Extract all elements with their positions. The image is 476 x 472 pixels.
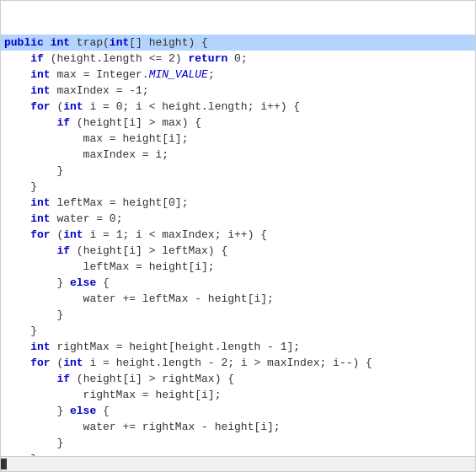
code-token-plain [4,211,30,227]
code-token-kw: for [30,99,50,115]
code-token-plain [4,83,30,99]
code-token-kw: int [30,67,50,83]
code-token-kw: int [63,355,83,371]
code-token-plain: } [4,403,70,419]
code-token-kw: for [30,227,50,243]
code-line: maxIndex = i; [1,147,475,163]
code-line: } [1,435,475,451]
code-token-plain: 0; [227,51,247,67]
code-token-plain: } [4,307,63,323]
code-editor: public int trap(int[] height) { if (heig… [0,0,476,472]
code-line: rightMax = height[i]; [1,387,475,403]
code-token-plain: (height[i] > max) { [70,115,201,131]
code-line: water += rightMax - height[i]; [1,419,475,435]
code-token-kw: int [110,35,129,51]
code-token-plain: } [4,179,37,195]
code-line: } [1,179,475,195]
code-line: max = height[i]; [1,131,475,147]
code-line: int rightMax = height[height.length - 1]… [1,339,475,355]
code-token-plain [4,243,56,259]
code-token-plain: water += leftMax - height[i]; [4,291,274,307]
code-line: for (int i = 0; i < height.length; i++) … [1,99,475,115]
code-token-plain: (height[i] > rightMax) { [70,371,234,387]
code-token-plain: i = 1; i < maxIndex; i++) { [83,227,267,243]
code-line: } else { [1,275,475,291]
code-token-kw: if [30,51,44,67]
code-token-kw: for [30,355,50,371]
code-token-plain [4,115,56,131]
code-token-plain: max = height[i]; [4,131,188,147]
code-token-kw: int [63,227,83,243]
code-token-plain [4,371,56,387]
status-bar [1,456,475,471]
code-line: } [1,163,475,179]
code-line: for (int i = 1; i < maxIndex; i++) { [1,227,475,243]
code-token-plain: } [4,275,70,291]
code-token-plain: [] height) { [129,35,208,51]
code-line: int maxIndex = -1; [1,83,475,99]
code-token-kw: if [56,371,70,387]
code-line: leftMax = height[i]; [1,259,475,275]
code-token-plain: ; [208,67,215,83]
code-line: if (height[i] > rightMax) { [1,371,475,387]
code-token-plain: (height[i] > leftMax) { [70,243,227,259]
code-token-plain: water += rightMax - height[i]; [4,419,281,435]
code-line: water += leftMax - height[i]; [1,291,475,307]
code-token-kw: if [56,115,70,131]
code-line: } else { [1,403,475,419]
code-line: int max = Integer.MIN_VALUE; [1,67,475,83]
code-token-plain [4,195,30,211]
code-token-plain: i = 0; i < height.length; i++) { [83,99,300,115]
code-token-plain: { [96,275,110,291]
code-token-kw: return [188,51,227,67]
code-token-plain: { [96,403,110,419]
code-line: int leftMax = height[0]; [1,195,475,211]
code-token-plain [4,99,30,115]
code-line: for (int i = height.length - 2; i > maxI… [1,355,475,371]
code-token-kw: int [63,99,83,115]
code-token-plain: ( [51,227,64,243]
code-token-plain: maxIndex = -1; [51,83,149,99]
code-token-kw: else [70,403,96,419]
code-line: int water = 0; [1,211,475,227]
code-token-plain: } [4,323,37,339]
code-token-plain: maxIndex = i; [4,147,168,163]
code-token-kw: int [30,83,50,99]
code-token-plain: ( [51,355,64,371]
code-line: if (height[i] > leftMax) { [1,243,475,259]
code-content: public int trap(int[] height) { if (heig… [1,1,475,472]
code-line: } [1,307,475,323]
code-token-kw: int [30,339,50,355]
code-token-kw: int [30,195,50,211]
code-line: if (height[i] > max) { [1,115,475,131]
code-token-plain [4,339,30,355]
code-token-plain: max = Integer. [51,67,149,83]
code-token-kw: int [30,211,50,227]
code-token-field: MIN_VALUE [149,67,208,83]
code-token-kw: else [70,275,96,291]
code-line: } [1,323,475,339]
code-token-plain: (height.length <= 2) [44,51,189,67]
code-token-kw: public [4,35,44,51]
code-token-plain: ( [51,99,64,115]
code-token-plain: leftMax = height[0]; [51,195,189,211]
code-line: if (height.length <= 2) return 0; [1,51,475,67]
code-token-plain: i = height.length - 2; i > maxIndex; i--… [83,355,372,371]
code-token-plain: } [4,163,63,179]
code-token-plain: rightMax = height[i]; [4,387,221,403]
code-token-plain [4,355,30,371]
code-token-plain: leftMax = height[i]; [4,259,215,275]
code-token-plain [44,35,51,51]
cursor [1,459,7,469]
code-token-plain: } [4,435,63,451]
code-token-kw: int [51,35,70,51]
code-token-plain: trap( [70,35,110,51]
code-token-kw: if [56,243,70,259]
code-token-plain: water = 0; [51,211,123,227]
code-token-plain: rightMax = height[height.length - 1]; [51,339,300,355]
code-token-plain [4,227,30,243]
code-token-plain [4,51,30,67]
code-token-plain [4,67,30,83]
code-line: public int trap(int[] height) { [1,35,475,51]
